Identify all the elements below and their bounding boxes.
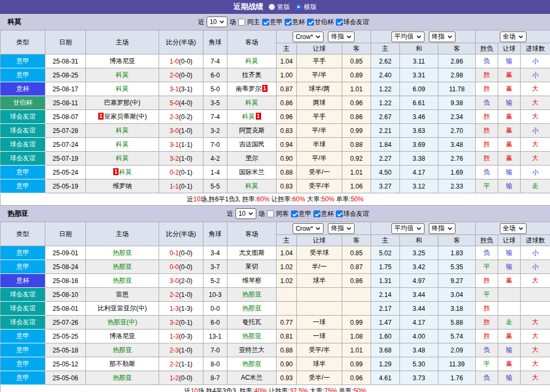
- col-away: 客场: [227, 222, 277, 246]
- result-handicap: 赢: [498, 68, 521, 82]
- league-checkbox-意杯[interactable]: [285, 19, 292, 26]
- home-team: 巴塞罗那(中): [86, 96, 159, 110]
- recent-count-select[interactable]: 10: [235, 208, 256, 219]
- corner-score: 3-4: [203, 246, 227, 260]
- chevron-down-icon: [219, 20, 224, 23]
- eu-away-odds: 3.18: [438, 302, 476, 316]
- result-goals: 大: [521, 330, 550, 343]
- result-goals: 小: [521, 54, 550, 68]
- radio-horizontal[interactable]: 横版: [295, 3, 317, 12]
- eu-average-select[interactable]: 平均值: [391, 32, 425, 42]
- eu-away-odds: 11.39: [438, 357, 476, 371]
- eu-away-odds: 2.70: [438, 124, 476, 138]
- col-corner: 角球: [203, 30, 227, 54]
- eu-final-select[interactable]: 终指: [429, 32, 455, 42]
- score: 3-0(1-0): [159, 124, 203, 138]
- match-type-badge: 球会友谊: [1, 152, 45, 166]
- league-label: 甘伯杯: [315, 18, 334, 27]
- result-winloss: 负: [476, 371, 498, 385]
- same-venue-checkbox[interactable]: [267, 210, 274, 217]
- ah-home-odds: 0.86: [277, 96, 297, 110]
- summary-row: 近10场,胜6平1负3, 胜率:60% 让胜率:60% 大率:50% 单率:50…: [1, 193, 550, 206]
- sub-goals: 进球数: [521, 235, 550, 246]
- ah-line: 两球: [297, 96, 342, 110]
- summary-segment: 60%: [293, 195, 305, 203]
- match-row: 球会友谊25-08-01比利亚雷亚尔(中)1-3(1-3)0-0热那亚2.173…: [1, 302, 550, 316]
- result-goals: 大: [521, 138, 550, 152]
- league-checkbox-意甲[interactable]: [291, 210, 298, 217]
- team-name: 科莫: [7, 17, 21, 27]
- home-team: 1科莫: [86, 166, 159, 179]
- league-label: 意杯: [292, 18, 305, 27]
- match-date: 25-07-24: [45, 138, 86, 152]
- result-handicap: 赢: [498, 330, 521, 343]
- col-home: 主场: [86, 30, 159, 54]
- ah-line: 受半/一: [297, 371, 342, 385]
- match-type-badge: 意甲: [1, 371, 45, 385]
- match-type-badge: 意甲: [1, 179, 45, 193]
- home-team: 科莫: [86, 152, 159, 166]
- col-score: 比分(半场): [159, 30, 203, 54]
- eu-home-odds: 2.17: [371, 302, 400, 316]
- summary-text: 近10场,胜6平1负3, 胜率:60% 让胜率:60% 大率:50% 单率:50…: [1, 193, 550, 206]
- eu-away-odds: 1.76: [438, 371, 476, 385]
- ah-final-select[interactable]: 终指: [328, 223, 355, 234]
- summary-row: 近10场,胜4平3负3, 胜率:40% 让胜率:37.5% 大率:75% 单率:…: [1, 385, 550, 392]
- result-handicap: 赢: [498, 274, 521, 288]
- scope-select[interactable]: 全场: [500, 223, 527, 234]
- eu-draw-odds: 3.69: [400, 138, 438, 152]
- ah-home-odds: 0.87: [277, 82, 297, 96]
- red-card-badge: 1: [256, 113, 261, 120]
- ah-final-select[interactable]: 终指: [328, 32, 355, 42]
- eu-away-odds: 2.34: [438, 110, 476, 124]
- radio-vertical[interactable]: 竖版: [269, 3, 290, 12]
- sub-eu-draw: 和: [400, 43, 438, 54]
- radio-vertical-button[interactable]: [269, 4, 275, 10]
- scope-select[interactable]: 全场: [500, 32, 527, 42]
- match-type-badge: 球会友谊: [1, 138, 45, 152]
- score: 3-2(0-1): [159, 316, 203, 330]
- match-type-badge: 意杯: [1, 274, 45, 288]
- away-team: AC米兰: [227, 371, 277, 385]
- score: 3-2(1-0): [159, 152, 203, 166]
- eu-away-odds: 1.69: [438, 166, 476, 179]
- recent-count-select[interactable]: 10: [207, 17, 227, 27]
- result-goals: 大: [521, 274, 550, 288]
- match-date: 25-08-11: [45, 96, 86, 110]
- ah-home-odds: 0.83: [277, 124, 297, 138]
- radio-vertical-label: 竖版: [277, 3, 290, 12]
- home-team: 科莫: [86, 82, 159, 96]
- result-winloss: 胜: [476, 138, 498, 152]
- eu-away-odds: 5.35: [438, 260, 476, 274]
- same-venue-checkbox[interactable]: [238, 19, 245, 26]
- league-checkbox-意甲[interactable]: [262, 19, 269, 26]
- ah-away-odds: 0.89: [342, 68, 371, 82]
- col-away: 客场: [227, 30, 277, 54]
- result-goals: 大: [521, 82, 550, 96]
- sub-eu-away: 客: [438, 43, 476, 54]
- radio-horizontal-button[interactable]: [295, 4, 302, 10]
- result-winloss: 负: [476, 54, 498, 68]
- ah-line: 平/半: [297, 68, 342, 82]
- corner-score: 7-0: [203, 343, 227, 357]
- league-checkbox-甘伯杯[interactable]: [307, 19, 314, 26]
- ah-away-odds: 1.08: [342, 330, 371, 343]
- league-checkbox-球会友谊[interactable]: [336, 210, 343, 217]
- bookmaker-select[interactable]: Crow*: [293, 32, 324, 42]
- match-row: 意甲25-09-01热那亚0-1(0-0)3-4尤文图斯1.04受半球0.855…: [1, 246, 550, 260]
- league-checkbox-意杯[interactable]: [313, 210, 320, 217]
- score: 1-2(0-0): [159, 371, 203, 385]
- bookmaker-select[interactable]: Crow*: [293, 223, 324, 234]
- eu-final-select[interactable]: 终指: [429, 223, 455, 234]
- eu-home-odds: 1.60: [371, 330, 400, 343]
- eu-draw-odds: 3.73: [400, 371, 438, 385]
- league-checkbox-球会友谊[interactable]: [336, 19, 343, 26]
- home-team: 热那亚: [86, 371, 159, 385]
- home-team: 热那亚: [86, 343, 159, 357]
- col-type: 类型: [1, 30, 45, 54]
- ah-away-odds: [342, 288, 371, 302]
- sub-ah-away: 客: [342, 235, 371, 246]
- result-group-header: 全场: [476, 30, 550, 43]
- eu-average-select[interactable]: 平均值: [391, 223, 425, 234]
- ah-line: 受平/半: [297, 343, 342, 357]
